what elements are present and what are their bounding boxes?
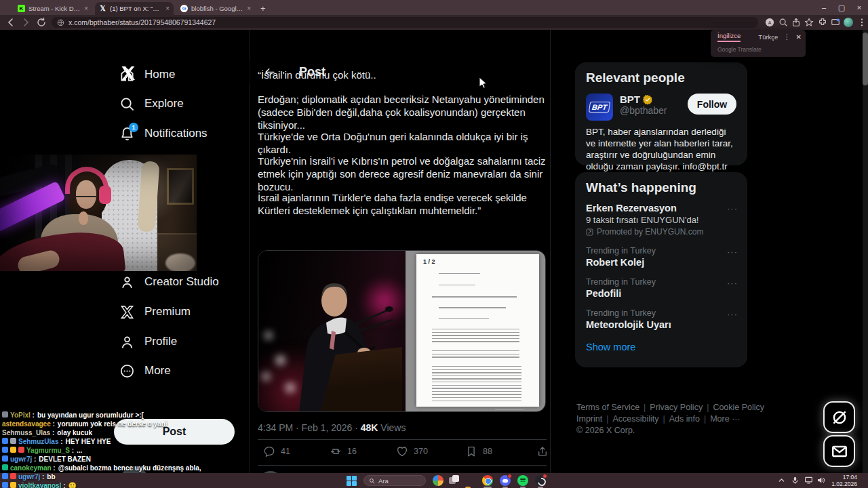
sidebar-item-notifications[interactable]: 1 Notifications — [119, 124, 208, 143]
chat-username[interactable]: violtkavanosl — [18, 482, 65, 488]
window-minimize-button[interactable]: – — [815, 0, 833, 15]
translate-options-icon[interactable]: ⋮ — [784, 33, 791, 41]
chat-username[interactable]: YoPixl — [10, 411, 35, 419]
bookmark-star-icon[interactable] — [804, 18, 814, 27]
page-scrollbar[interactable] — [863, 30, 868, 473]
footer-link[interactable]: Privacy Policy — [639, 403, 703, 412]
window-close-button[interactable]: × — [850, 0, 868, 15]
chat-username[interactable]: Sehmuss_Ulas — [2, 429, 54, 436]
translate-page-icon[interactable]: A — [765, 18, 774, 27]
reply-action[interactable]: 41 — [263, 445, 290, 458]
chrome-taskbar-icon[interactable] — [482, 475, 493, 486]
new-tab-button[interactable]: + — [260, 3, 266, 14]
chat-username[interactable]: Yagmurmu_S — [26, 447, 74, 454]
tray-volume-icon[interactable] — [816, 475, 825, 487]
relevant-people-card: Relevant people BPT BPT @bpthaber Follow… — [575, 62, 747, 165]
sidebar-item-creator-studio[interactable]: Creator Studio — [119, 272, 219, 291]
footer-link[interactable]: Terms of Service — [576, 403, 639, 412]
nav-label: Notifications — [144, 127, 208, 140]
footer-link[interactable]: Accessibility — [602, 414, 658, 424]
trend-more-icon[interactable]: ··· — [727, 247, 738, 257]
show-more-link[interactable]: Show more — [575, 335, 747, 362]
window-maximize-button[interactable]: ▢ — [833, 0, 850, 15]
trend-item[interactable]: Trending in Turkey Meteorolojik Uyarı ··… — [575, 304, 747, 335]
chat-badges — [2, 447, 26, 454]
bookmark-action[interactable]: 88 — [465, 445, 492, 458]
footer-link[interactable]: More ··· — [700, 414, 741, 424]
profile-name: BPT — [620, 94, 640, 105]
scrollbar-thumb[interactable] — [863, 33, 868, 85]
trend-more-icon[interactable]: ··· — [727, 309, 738, 319]
start-button[interactable] — [346, 475, 357, 486]
trend-item[interactable]: Trending in Turkey Pedofili ··· — [575, 272, 747, 304]
share-icon[interactable] — [791, 18, 801, 27]
task-view-icon[interactable] — [449, 475, 460, 486]
url-bar[interactable]: x.com/bpthaber/status/201795480679134462… — [52, 17, 758, 28]
promoted-trend[interactable]: Erken Rezervasyon 9 taksit fırsatı ENUYG… — [575, 198, 747, 241]
reload-icon[interactable] — [36, 17, 47, 28]
obs-taskbar-icon[interactable] — [535, 475, 546, 486]
grok-fab-button[interactable] — [823, 401, 855, 433]
tab-close-icon[interactable]: × — [84, 5, 88, 12]
translate-close-icon[interactable]: ✕ — [796, 33, 802, 41]
divider — [258, 439, 547, 440]
tab-close-icon[interactable]: × — [247, 5, 251, 12]
stream-webcam-overlay — [0, 155, 197, 271]
back-icon[interactable] — [5, 17, 16, 28]
sidebar-item-premium[interactable]: Premium — [119, 302, 191, 321]
footer-link[interactable]: Imprint — [576, 414, 602, 424]
browser-profile-avatar[interactable] — [844, 18, 853, 27]
spotify-taskbar-icon[interactable] — [517, 475, 528, 486]
tray-mic-icon[interactable] — [791, 475, 800, 487]
taskbar-clock[interactable]: 17:04 1.02.2026 — [831, 474, 857, 487]
widgets-icon[interactable] — [433, 475, 443, 486]
forward-icon[interactable] — [20, 17, 31, 28]
chat-username[interactable]: ugwr7j — [18, 473, 44, 481]
trend-item[interactable]: Trending in Turkey Robert Kolej ··· — [575, 241, 747, 272]
site-info-icon[interactable] — [57, 19, 64, 26]
chat-username[interactable]: astendsavagee — [2, 420, 55, 428]
chat-text: olay kucuk — [57, 429, 92, 436]
translate-tab-english[interactable]: İngilizce — [717, 32, 741, 42]
discord-taskbar-icon[interactable] — [500, 475, 511, 486]
post-media[interactable]: 1 / 2 — [258, 250, 546, 412]
messages-fab-button[interactable] — [823, 435, 855, 467]
sidebar-item-profile[interactable]: Profile — [119, 332, 177, 351]
chat-badges — [2, 464, 10, 472]
relevant-person-row[interactable]: BPT BPT @bpthaber Follow — [575, 88, 747, 121]
chat-message: canokeyman@subalci bozma bence uyku düze… — [2, 464, 201, 472]
divider — [258, 465, 547, 466]
trend-more-icon[interactable]: ··· — [727, 278, 738, 288]
webcam-vignette — [0, 155, 197, 271]
like-action[interactable]: 370 — [396, 445, 428, 458]
tray-chevron-icon[interactable] — [777, 475, 786, 487]
trend-more-icon[interactable]: ··· — [727, 203, 738, 214]
chat-username[interactable]: SehmuzUlas — [18, 438, 63, 445]
trend-name: Robert Kolej — [586, 257, 736, 268]
tab-kick-dashboard[interactable]: K Stream - Kick Dashboard × — [14, 2, 92, 15]
chat-username[interactable]: canokeyman — [10, 464, 56, 472]
sidebar-item-explore[interactable]: Explore — [119, 94, 184, 113]
chat-badges — [2, 455, 10, 463]
chat-text: @subalci bozma bence uyku düzenşnş abla, — [58, 464, 201, 472]
sidebar-item-more[interactable]: More — [119, 361, 171, 380]
taskbar-search[interactable]: Ara — [363, 475, 426, 486]
translate-tab-turkish[interactable]: Türkçe — [758, 33, 778, 41]
premium-x-icon — [119, 304, 135, 320]
follow-button[interactable]: Follow — [688, 94, 736, 115]
sidebar-item-home[interactable]: Home — [119, 65, 175, 84]
share-action[interactable] — [536, 445, 549, 458]
tab-close-icon[interactable]: × — [165, 5, 170, 12]
promoted-label: Promoted by ENUYGUN.com — [586, 227, 736, 237]
footer-link[interactable]: Ads info — [659, 414, 700, 424]
chat-username[interactable]: ugwr7j — [10, 455, 36, 463]
extensions-icon[interactable] — [818, 18, 827, 27]
tray-display-icon[interactable] — [804, 475, 813, 487]
repost-action[interactable]: 16 — [330, 445, 357, 458]
tab-x-post[interactable]: 𝕏 (1) BPT on X: “Epstein belgeler… × — [95, 2, 174, 15]
profile-notification-icon[interactable] — [831, 18, 840, 27]
browser-menu-icon[interactable] — [857, 18, 867, 27]
footer-link[interactable]: Cookie Policy — [703, 403, 764, 412]
tab-google-search[interactable]: G blobfish - Google'da Ara × — [176, 2, 255, 15]
zoom-icon[interactable] — [778, 18, 788, 27]
